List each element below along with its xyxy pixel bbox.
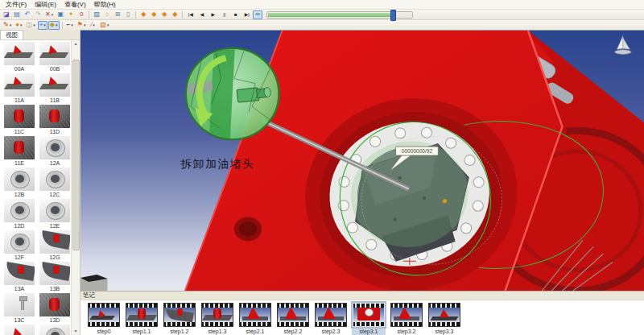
scroll-down-icon[interactable]: ▾ bbox=[72, 328, 80, 335]
custom-view-2-icon[interactable]: ◆ bbox=[149, 10, 159, 19]
step-thumbnail-image[interactable] bbox=[239, 303, 271, 327]
menu-item-1[interactable]: 编辑(E) bbox=[31, 0, 60, 9]
photo-icon[interactable]: ▨ bbox=[92, 10, 101, 19]
grid-icon[interactable]: ⊞ bbox=[113, 10, 122, 19]
step-thumbnail-step2.3[interactable]: step2.3 bbox=[314, 303, 348, 335]
view-thumbnail-image[interactable] bbox=[39, 262, 70, 285]
viewport-canvas[interactable]: 00000000/92 bbox=[80, 31, 644, 291]
dropdown-caret-icon[interactable]: ▾ bbox=[93, 23, 95, 27]
scroll-up-icon[interactable]: ▴ bbox=[72, 40, 80, 48]
view-thumbnail-image[interactable] bbox=[39, 325, 70, 335]
import-icon[interactable]: ▤ bbox=[12, 10, 22, 19]
step-thumbnail-image[interactable] bbox=[277, 303, 309, 327]
step-back-button[interactable]: ◀ bbox=[196, 10, 207, 19]
view-thumbnail-11B[interactable]: 11B bbox=[39, 73, 70, 104]
step-thumbnail-image[interactable] bbox=[126, 303, 158, 327]
view-thumbnail[interactable] bbox=[4, 325, 35, 335]
view-thumbnail-12G[interactable]: 12G bbox=[39, 230, 70, 261]
view-thumbnail-11A[interactable]: 11A bbox=[4, 73, 35, 104]
zero-icon[interactable]: 0 bbox=[76, 10, 86, 19]
step-thumbnail-step0[interactable]: step0 bbox=[87, 303, 121, 335]
annotation-text[interactable]: 拆卸加油堵头 bbox=[180, 158, 254, 170]
view-thumbnail-image[interactable] bbox=[39, 105, 70, 128]
pan-tool-icon[interactable]: ◫▾ bbox=[25, 21, 37, 30]
step-thumbnail-image[interactable] bbox=[315, 303, 347, 327]
view-thumbnail-00A[interactable]: 00A bbox=[4, 42, 35, 72]
menu-item-0[interactable]: 文件(F) bbox=[2, 0, 31, 9]
view-thumbnail-11D[interactable]: 11D bbox=[39, 105, 70, 135]
play-button[interactable]: ▶ bbox=[208, 10, 218, 19]
stop-button[interactable]: ■ bbox=[230, 10, 241, 19]
step-thumbnail-step1.1[interactable]: step1.1 bbox=[125, 303, 159, 335]
view-thumbnail-image[interactable] bbox=[4, 230, 35, 254]
step-thumbnail-image[interactable] bbox=[353, 303, 385, 327]
view-thumbnail-12C[interactable]: 12C bbox=[39, 168, 70, 198]
step-thumbnail-step2.2[interactable]: step2.2 bbox=[276, 303, 310, 335]
view-thumbnail-12E[interactable]: 12E bbox=[39, 199, 70, 230]
go-end-button[interactable]: ▶| bbox=[242, 10, 252, 19]
view-thumbnail-13B[interactable]: 13B bbox=[39, 262, 70, 292]
view-thumbnail-image[interactable] bbox=[39, 42, 70, 65]
step-thumbnail-step3.2[interactable]: step3.2 bbox=[390, 303, 423, 335]
key-icon[interactable]: ✦ bbox=[66, 10, 76, 19]
menu-item-3[interactable]: 帮助(H) bbox=[90, 0, 120, 9]
view-thumbnail-12A[interactable]: 12A bbox=[39, 136, 70, 167]
dropdown-caret-icon[interactable]: ▾ bbox=[10, 23, 12, 27]
view-thumbnail-image[interactable] bbox=[4, 73, 35, 97]
tab-views[interactable]: 视图 bbox=[0, 30, 23, 39]
view-thumbnail-11E[interactable]: 11E bbox=[4, 136, 35, 167]
view-thumbnail-image[interactable] bbox=[39, 199, 70, 222]
view-thumbnail-image[interactable] bbox=[4, 262, 35, 285]
open-icon[interactable]: ◪ bbox=[2, 10, 11, 19]
view-thumbnail-13D[interactable]: 13D bbox=[39, 293, 70, 324]
slider-handle[interactable] bbox=[390, 10, 396, 21]
scrollbar-thumb[interactable] bbox=[72, 60, 80, 250]
custom-view-3-icon[interactable]: ◆ bbox=[159, 10, 169, 19]
view-thumbnail-image[interactable] bbox=[4, 168, 35, 191]
marker-tool-icon[interactable]: ✎▾ bbox=[2, 21, 13, 30]
polyline-tool-icon[interactable]: ⌐▾ bbox=[65, 21, 75, 30]
orbit-tool-icon[interactable]: ●▾ bbox=[14, 21, 23, 30]
stamp-tool-icon[interactable]: ▧▾ bbox=[98, 21, 110, 30]
flag-tool-icon[interactable]: ⚑▾ bbox=[76, 21, 88, 30]
view-thumbnail-image[interactable] bbox=[4, 325, 35, 335]
tab-notes[interactable]: 笔记 bbox=[83, 292, 95, 300]
undo-icon[interactable]: ↶ bbox=[23, 10, 32, 19]
view-thumbnail-image[interactable] bbox=[39, 293, 70, 316]
view-thumbnail-image[interactable] bbox=[4, 136, 35, 159]
step-thumbnail-image[interactable] bbox=[390, 303, 423, 327]
view-thumbnail-image[interactable] bbox=[4, 105, 35, 128]
view-thumbnail-image[interactable] bbox=[4, 293, 35, 316]
go-start-button[interactable]: |◀ bbox=[185, 10, 196, 19]
step-thumbnail-image[interactable] bbox=[428, 303, 460, 327]
viewport-3d[interactable]: 00000000/92 bbox=[80, 30, 644, 291]
dropdown-caret-icon[interactable]: ▾ bbox=[71, 23, 73, 27]
view-thumbnail-12F[interactable]: 12F bbox=[4, 230, 35, 261]
measure-tool-icon[interactable]: ∕▾ bbox=[88, 21, 97, 30]
dropdown-caret-icon[interactable]: ▾ bbox=[84, 23, 86, 27]
view-thumbnail-image[interactable] bbox=[4, 42, 35, 65]
view-thumbnail-image[interactable] bbox=[39, 73, 70, 97]
step-thumbnail-step2.1[interactable]: step2.1 bbox=[238, 303, 272, 335]
view-thumbnail-00B[interactable]: 00B bbox=[39, 42, 70, 72]
view-thumbnail-image[interactable] bbox=[39, 136, 70, 159]
dropdown-caret-icon[interactable]: ▾ bbox=[20, 23, 23, 27]
view-thumbnail-13C[interactable]: 13C bbox=[4, 293, 35, 324]
paint-tool-icon[interactable]: ◆▾ bbox=[48, 21, 60, 30]
view-thumbnail-11C[interactable]: 11C bbox=[4, 105, 35, 135]
dropdown-caret-icon[interactable]: ▾ bbox=[107, 23, 109, 27]
views-scrollbar[interactable]: ▴ ▾ bbox=[71, 40, 80, 335]
menu-item-2[interactable]: 查看(V) bbox=[60, 0, 90, 9]
page-icon[interactable]: ▯ bbox=[123, 10, 133, 19]
move-tool-icon[interactable]: +▾ bbox=[38, 21, 47, 30]
dropdown-caret-icon[interactable]: ▾ bbox=[56, 23, 58, 27]
dropdown-caret-icon[interactable]: ▾ bbox=[33, 23, 35, 27]
step-thumbnail-image[interactable] bbox=[163, 303, 196, 327]
view-thumbnail-image[interactable] bbox=[39, 168, 70, 191]
step-thumbnail-image[interactable] bbox=[201, 303, 233, 327]
pause-button[interactable]: || bbox=[219, 10, 229, 19]
delete-view-icon[interactable]: ✕▾ bbox=[43, 10, 55, 19]
step-thumbnail-step3.1[interactable]: step3.1 bbox=[352, 303, 386, 335]
view-thumbnail-12D[interactable]: 12D bbox=[4, 199, 35, 230]
snapshot-icon[interactable]: ▣ bbox=[56, 10, 65, 19]
